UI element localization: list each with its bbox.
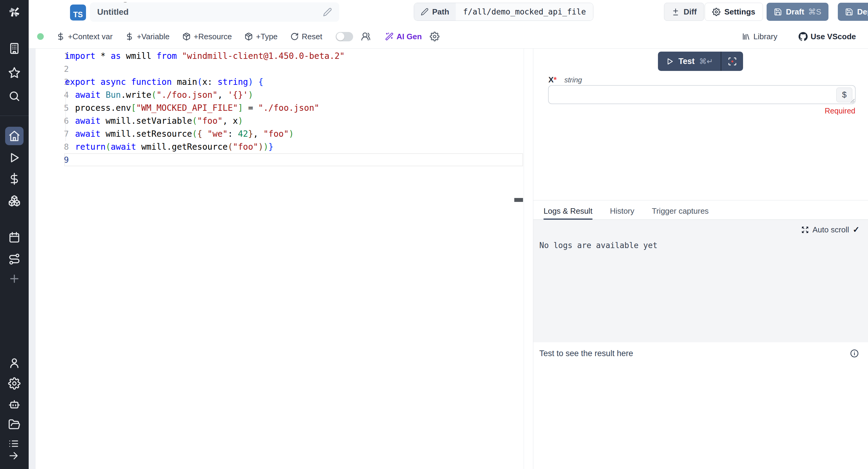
package-icon (182, 32, 191, 41)
add-type-button[interactable]: +Type (245, 32, 278, 41)
code-line[interactable] (65, 62, 524, 75)
library-button[interactable]: Library (742, 32, 777, 41)
code-line[interactable]: export async function main(x: string) { (65, 75, 524, 88)
test-button-group: Test ⌘↵ (658, 52, 743, 71)
run-panel: Test ⌘↵ X* string $ Required Logs & Resu… (533, 49, 868, 469)
expand-arrow-icon[interactable] (8, 450, 19, 461)
code-line[interactable] (65, 153, 524, 166)
schedules-calendar-icon[interactable] (8, 231, 21, 244)
logs-area: Auto scroll ✓ No logs are available yet (533, 220, 868, 342)
workers-bot-icon[interactable] (8, 398, 21, 410)
edit-pencil-icon[interactable] (323, 7, 332, 17)
path-value: f/all/demo_mocked_api_file (456, 3, 593, 21)
script-title: Untitled (97, 7, 323, 17)
typescript-badge: TS (70, 4, 86, 21)
code-line[interactable]: await Bun.write("./foo.json", '{}') (65, 88, 524, 101)
tab-history[interactable]: History (610, 202, 634, 219)
diff-icon (672, 8, 680, 16)
result-placeholder: Test to see the result here (539, 349, 633, 358)
variables-dollar-icon[interactable] (8, 173, 21, 185)
add-resource-button[interactable]: +Resource (182, 32, 232, 41)
tab-trigger-captures[interactable]: Trigger captures (652, 202, 709, 219)
ai-gen-button[interactable]: AI Gen (385, 32, 422, 41)
editor-settings-gear-icon[interactable] (430, 32, 439, 41)
editor-scrollbar-thumb[interactable] (514, 198, 523, 202)
resize-handle[interactable] (850, 99, 855, 103)
scan-capture-icon (728, 57, 737, 66)
draft-shortcut: ⌘S (808, 7, 821, 17)
code-line[interactable]: process.env["WM_MOCKED_API_FILE"] = "./f… (65, 101, 524, 114)
add-context-var-button[interactable]: +Context var (56, 32, 113, 41)
settings-gear-icon (712, 8, 720, 16)
app-sidebar (0, 0, 29, 469)
editor-toolbar: +Context var +Variable +Resource +Type R… (29, 25, 868, 49)
dollar-icon (125, 32, 134, 41)
github-icon (799, 32, 808, 41)
triggers-route-icon[interactable] (8, 253, 21, 265)
test-button[interactable]: Test ⌘↵ (658, 52, 721, 71)
test-shortcut: ⌘↵ (699, 57, 713, 66)
path-label: Path (432, 7, 449, 17)
code-lines[interactable]: import * as wmill from "windmill-client@… (65, 50, 524, 166)
draft-button[interactable]: Draft ⌘S (767, 3, 829, 21)
code-line[interactable]: return(await wmill.getResource("foo"))} (65, 140, 524, 153)
audit-list-icon[interactable] (8, 438, 19, 449)
code-editor[interactable]: 123456789 import * as wmill from "windmi… (29, 49, 524, 469)
dollar-icon (56, 32, 65, 41)
favorites-star-icon[interactable] (8, 66, 21, 79)
argument-input[interactable]: $ (548, 85, 856, 104)
diff-button[interactable]: Diff (664, 3, 704, 21)
tab-logs-result[interactable]: Logs & Result (544, 202, 592, 219)
wand-icon (385, 32, 394, 41)
result-area: Test to see the result here (533, 342, 868, 469)
panel-split-line[interactable] (533, 200, 868, 200)
collab-toggle[interactable] (336, 32, 353, 41)
runs-play-icon[interactable] (8, 152, 21, 164)
users-icon[interactable] (361, 32, 371, 41)
rotate-icon (290, 32, 299, 41)
folders-icon[interactable] (8, 418, 21, 431)
package-icon (245, 32, 253, 41)
deploy-button[interactable]: Deploy (838, 3, 868, 21)
save-icon (845, 8, 853, 16)
no-logs-message: No logs are available yet (539, 241, 657, 250)
use-vscode-button[interactable]: Use VScode (799, 32, 856, 41)
info-icon[interactable] (850, 349, 859, 358)
required-message: Required (825, 106, 855, 115)
script-title-input[interactable]: Untitled (90, 2, 339, 22)
sidebar-divider (0, 116, 29, 116)
top-header: TS Untitled Path f/all/demo_mocked_api_f… (29, 0, 868, 25)
search-icon[interactable] (8, 90, 21, 102)
sidebar-item-home[interactable] (5, 127, 24, 145)
argument-type: string (564, 76, 582, 84)
result-tabs: Logs & ResultHistoryTrigger captures (533, 202, 868, 220)
code-line[interactable]: import * as wmill from "windmill-client@… (65, 50, 524, 62)
home-icon (8, 130, 21, 142)
save-icon (774, 8, 782, 16)
expand-icon[interactable] (801, 226, 809, 233)
capture-test-button[interactable] (721, 52, 743, 71)
settings-gear-icon[interactable] (8, 377, 21, 389)
library-icon (742, 32, 750, 41)
path-pencil-icon (421, 8, 429, 16)
auto-scroll-checkbox[interactable]: ✓ (852, 225, 860, 234)
code-line[interactable]: await wmill.setVariable("foo", x) (65, 114, 524, 127)
play-icon (666, 57, 674, 65)
workspace-building-icon[interactable] (8, 42, 21, 55)
settings-button[interactable]: Settings (705, 3, 763, 21)
code-line[interactable]: await wmill.setResource({ "we": 42}, "fo… (65, 127, 524, 140)
windmill-logo-icon[interactable] (8, 5, 21, 18)
auto-scroll-control[interactable]: Auto scroll ✓ (801, 225, 860, 234)
path-button[interactable]: Path f/all/demo_mocked_api_file (414, 3, 593, 21)
user-icon[interactable] (8, 357, 21, 369)
add-variable-button[interactable]: +Variable (125, 32, 169, 41)
reset-button[interactable]: Reset (290, 32, 322, 41)
status-dot (37, 33, 44, 40)
editor-margin-strip (29, 49, 36, 469)
argument-label: X* string (548, 75, 582, 85)
add-plus-icon[interactable] (8, 273, 21, 285)
resources-boxes-icon[interactable] (8, 195, 21, 207)
required-star: * (554, 75, 557, 84)
